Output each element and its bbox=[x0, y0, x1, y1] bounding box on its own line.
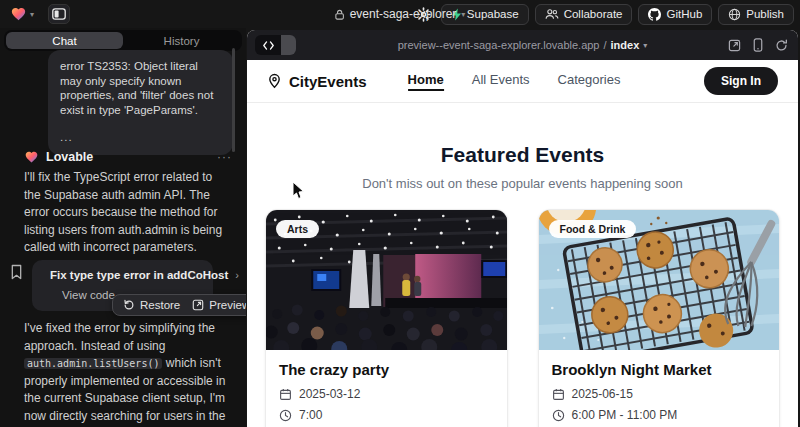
open-external-icon[interactable] bbox=[728, 39, 741, 52]
event-card-crazy-party[interactable]: Arts The crazy party 2025-03-12 bbox=[265, 209, 508, 427]
bookmark-icon[interactable] bbox=[10, 264, 23, 280]
refresh-icon[interactable] bbox=[775, 39, 788, 52]
tab-chat[interactable]: Chat bbox=[6, 32, 123, 49]
event-time: 7:00 bbox=[299, 408, 322, 422]
preview-url[interactable]: preview--event-saga-explorer.lovable.app… bbox=[398, 39, 648, 51]
brand-name: CityEvents bbox=[289, 73, 367, 90]
url-page: index bbox=[611, 39, 640, 51]
github-label: GitHub bbox=[666, 8, 702, 20]
site-nav: Home All Events Categories bbox=[408, 72, 621, 91]
smartphone-icon[interactable] bbox=[753, 38, 763, 52]
url-separator: / bbox=[603, 39, 606, 51]
hero-section: Featured Events Don't miss out on these … bbox=[247, 143, 798, 191]
site-brand[interactable]: CityEvents bbox=[267, 73, 367, 90]
restore-button[interactable]: Restore bbox=[123, 299, 180, 311]
clock-icon bbox=[552, 409, 565, 422]
hero-subtitle: Don't miss out on these popular events h… bbox=[247, 176, 798, 191]
collaborate-users-icon bbox=[545, 8, 559, 20]
publish-button[interactable]: Publish bbox=[718, 4, 794, 25]
project-switcher[interactable]: event-saga-explorer ▾ bbox=[335, 0, 466, 28]
event-date: 2025-03-12 bbox=[299, 387, 360, 401]
event-title: The crazy party bbox=[279, 361, 494, 378]
user-message-bubble: error TS2353: Object literal may only sp… bbox=[48, 50, 233, 155]
assistant-name: Lovable bbox=[46, 150, 93, 164]
preview-button[interactable]: Preview bbox=[192, 299, 246, 311]
site-header: CityEvents Home All Events Categories Si… bbox=[247, 60, 798, 103]
event-date: 2025-06-15 bbox=[572, 387, 633, 401]
lovable-logo-menu[interactable]: ▾ bbox=[8, 4, 36, 24]
category-badge: Food & Drink bbox=[549, 220, 637, 238]
collaborate-button[interactable]: Collaborate bbox=[535, 4, 633, 25]
lovable-heart-icon bbox=[24, 150, 39, 164]
assistant-paragraph-2: I've fixed the error by simplifying the … bbox=[24, 320, 231, 427]
chevron-down-icon: ▾ bbox=[30, 10, 34, 19]
map-pin-icon bbox=[267, 73, 282, 89]
url-host: preview--event-saga-explorer.lovable.app bbox=[398, 39, 600, 51]
event-cards: Arts The crazy party 2025-03-12 bbox=[247, 209, 798, 427]
event-image-cookies: Food & Drink bbox=[539, 210, 780, 350]
github-icon bbox=[648, 8, 661, 21]
site-viewport: CityEvents Home All Events Categories Si… bbox=[247, 60, 798, 427]
code-view-toggle[interactable] bbox=[255, 35, 296, 55]
event-card-brooklyn-market[interactable]: Food & Drink Brooklyn Night Market 2 bbox=[538, 209, 781, 427]
chat-history-tabs: Chat History bbox=[4, 30, 242, 51]
user-message-text: error TS2353: Object literal may only sp… bbox=[60, 59, 221, 117]
supabase-label: Supabase bbox=[467, 8, 519, 20]
message-ellipsis: ... bbox=[60, 130, 221, 145]
lovable-heart-icon bbox=[10, 6, 27, 22]
category-badge: Arts bbox=[276, 220, 319, 238]
publish-globe-icon bbox=[728, 8, 741, 21]
nav-home[interactable]: Home bbox=[408, 72, 444, 91]
event-time: 6:00 PM - 11:00 PM bbox=[572, 408, 678, 422]
chat-scrollbar[interactable] bbox=[232, 48, 235, 152]
project-name: event-saga-explorer bbox=[350, 7, 457, 21]
event-image-conference: Arts bbox=[266, 210, 507, 350]
hero-title: Featured Events bbox=[247, 143, 798, 167]
app-topbar: ▾ event-saga-explorer ▾ bbox=[0, 0, 800, 28]
lock-icon bbox=[335, 9, 345, 20]
code-icon bbox=[263, 41, 274, 50]
publish-label: Publish bbox=[746, 8, 784, 20]
ellipsis-menu-icon[interactable]: ··· bbox=[217, 150, 232, 164]
preview-external-icon bbox=[192, 299, 204, 311]
chat-panel: Chat History error TS2353: Object litera… bbox=[0, 28, 246, 427]
preview-segment[interactable] bbox=[281, 35, 296, 55]
event-title: Brooklyn Night Market bbox=[552, 361, 767, 378]
restore-preview-bar: Restore Preview bbox=[112, 294, 246, 316]
preview-toolbar: preview--event-saga-explorer.lovable.app… bbox=[247, 30, 798, 60]
preview-pane: preview--event-saga-explorer.lovable.app… bbox=[247, 30, 798, 427]
github-button[interactable]: GitHub bbox=[638, 4, 712, 25]
collaborate-label: Collaborate bbox=[564, 8, 623, 20]
inline-code: auth.admin.listUsers() bbox=[24, 358, 162, 369]
restore-icon bbox=[123, 299, 135, 311]
panel-toggle-icon bbox=[52, 8, 66, 20]
fix-card-title: Fix type type error in addCoHost bbox=[50, 269, 228, 281]
calendar-icon bbox=[279, 388, 292, 401]
tab-history[interactable]: History bbox=[123, 32, 240, 49]
panel-toggle-button[interactable] bbox=[48, 4, 70, 24]
code-segment[interactable] bbox=[255, 35, 281, 55]
nav-categories[interactable]: Categories bbox=[558, 72, 621, 91]
paragraph2-text: I've fixed the error by simplifying the … bbox=[24, 321, 215, 353]
restore-label: Restore bbox=[140, 299, 180, 311]
assistant-header: Lovable ··· bbox=[24, 150, 232, 164]
chevron-down-icon: ▾ bbox=[643, 41, 647, 50]
chevron-down-icon: ▾ bbox=[461, 10, 465, 19]
calendar-icon bbox=[552, 388, 565, 401]
nav-all-events[interactable]: All Events bbox=[472, 72, 530, 91]
clock-icon bbox=[279, 409, 292, 422]
sign-in-button[interactable]: Sign In bbox=[704, 67, 778, 95]
chevron-right-icon: › bbox=[235, 269, 239, 281]
preview-label: Preview bbox=[209, 299, 246, 311]
assistant-paragraph-1: I'll fix the TypeScript error related to… bbox=[24, 169, 231, 257]
